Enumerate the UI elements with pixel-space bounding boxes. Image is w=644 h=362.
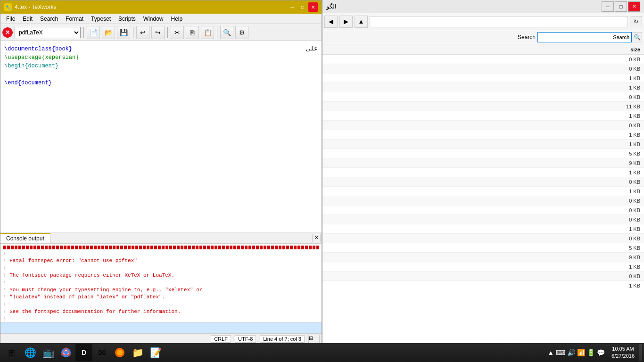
taskbar-media[interactable]: 📺	[40, 344, 57, 361]
fm-file-row[interactable]: 1 KB	[322, 83, 644, 92]
menu-edit[interactable]: Edit	[19, 15, 36, 23]
fm-file-size: 0 KB	[606, 197, 644, 204]
input-line[interactable]	[0, 322, 322, 333]
taskbar-ie[interactable]: 🌐	[22, 344, 39, 361]
fm-file-row[interactable]: 1 KB	[322, 111, 644, 121]
taskbar-texworks[interactable]: 📝	[147, 344, 164, 361]
menu-typeset[interactable]: Typeset	[87, 15, 115, 23]
network-wifi-icon[interactable]: 📶	[577, 349, 585, 356]
fm-file-row[interactable]: 0 KB	[322, 215, 644, 224]
fm-file-row[interactable]: 0 KB	[322, 272, 644, 281]
fm-file-row[interactable]: 0 KB	[322, 92, 644, 102]
console-tab-bar: Console output ✕	[0, 232, 322, 244]
fm-file-name	[322, 59, 606, 60]
fm-file-row[interactable]: 0 KB	[322, 177, 644, 187]
console-line-5: !	[3, 280, 319, 287]
menu-scripts[interactable]: Scripts	[115, 15, 140, 23]
fm-file-row[interactable]: 9 KB	[322, 158, 644, 168]
menu-search[interactable]: Search	[36, 15, 62, 23]
fm-up-button[interactable]: ▲	[355, 16, 368, 28]
fm-back-button[interactable]: ◀	[324, 16, 338, 28]
save-button[interactable]: 💾	[117, 26, 130, 39]
undo-button[interactable]: ↩	[136, 26, 149, 39]
fm-file-name	[322, 153, 606, 154]
show-desktop-button[interactable]	[639, 344, 642, 361]
console-output[interactable]: ! ! Fatal fontspec error: "cannot-use-pd…	[0, 244, 322, 322]
fm-file-name	[322, 257, 606, 258]
fm-file-row[interactable]: 1 KB	[322, 224, 644, 234]
fm-minimize-button[interactable]: ─	[602, 1, 614, 12]
cut-button[interactable]: ✂	[171, 26, 184, 39]
fm-file-list: size 0 KB0 KB1 KB1 KB0 KB11 KB1 KB0 KB1 …	[322, 44, 644, 344]
redo-button[interactable]: ↪	[151, 26, 165, 39]
menu-help[interactable]: Help	[167, 15, 186, 23]
fm-file-name	[322, 106, 606, 107]
network-icon[interactable]: ▲	[547, 349, 554, 356]
fm-search-input[interactable]	[537, 32, 632, 42]
taskbar-clock: 10:05 AM 6/27/2016	[608, 346, 638, 360]
fm-close-button[interactable]: ✕	[628, 1, 640, 12]
menu-file[interactable]: File	[2, 15, 19, 23]
engine-select[interactable]: pdfLaTeX	[15, 27, 81, 38]
fm-file-row[interactable]: 11 KB	[322, 102, 644, 111]
search-label: Search	[518, 34, 536, 41]
fm-file-row[interactable]: 1 KB	[322, 187, 644, 196]
fm-file-row[interactable]: 1 KB	[322, 281, 644, 290]
taskbar-chrome[interactable]	[58, 344, 74, 361]
new-button[interactable]: 📄	[87, 26, 100, 39]
fm-file-size: 1 KB	[606, 169, 644, 176]
fm-file-row[interactable]: 1 KB	[322, 74, 644, 83]
taskbar-browser2[interactable]	[111, 344, 128, 361]
menu-format[interactable]: Format	[62, 15, 87, 23]
taskbar-explorer[interactable]: 📁	[129, 344, 146, 361]
fm-file-name	[322, 134, 606, 135]
stop-button[interactable]: ✕	[2, 27, 13, 38]
fm-address-bar[interactable]	[370, 16, 628, 27]
find-button[interactable]: 🔍	[220, 26, 233, 39]
fm-maximize-button[interactable]: □	[615, 1, 627, 12]
battery-icon[interactable]: 🔋	[587, 349, 595, 356]
fm-column-header: size	[322, 44, 644, 55]
maximize-button[interactable]: □	[298, 2, 307, 12]
taskbar-mail[interactable]: ✉	[93, 344, 110, 361]
console-tab[interactable]: Console output	[0, 233, 50, 243]
start-button[interactable]: ⊞	[2, 344, 21, 361]
fm-search-button[interactable]: 🔍	[632, 32, 642, 42]
clock-time: 10:05 AM	[611, 346, 635, 353]
keyboard-icon[interactable]: ⌨	[556, 349, 565, 356]
fm-title-text: الگو	[326, 3, 337, 10]
console-input[interactable]	[0, 322, 322, 333]
close-button[interactable]: ✕	[308, 2, 318, 12]
fm-file-row[interactable]: 1 KB	[322, 262, 644, 272]
fm-file-row[interactable]: 0 KB	[322, 234, 644, 243]
fm-file-size: 0 KB	[606, 179, 644, 185]
fm-file-row[interactable]: 5 KB	[322, 149, 644, 158]
fm-file-row[interactable]: 5 KB	[322, 243, 644, 253]
console-close-button[interactable]: ✕	[312, 234, 321, 242]
fm-file-row[interactable]: 1 KB	[322, 130, 644, 140]
fm-file-row[interactable]: 0 KB	[322, 206, 644, 215]
message-icon[interactable]: 💬	[597, 349, 605, 356]
editor-area[interactable]: علی \documentclass{book} \usepackage{xep…	[0, 41, 322, 232]
view-toggle[interactable]: ⊞	[308, 335, 320, 343]
fm-file-row[interactable]: 9 KB	[322, 253, 644, 262]
fm-file-row[interactable]: 0 KB	[322, 121, 644, 130]
fm-file-row[interactable]: 0 KB	[322, 196, 644, 206]
minimize-button[interactable]: ─	[288, 2, 297, 12]
paste-button[interactable]: 📋	[201, 26, 214, 39]
taskbar-dict[interactable]: D	[75, 344, 92, 361]
console-line-4: ! The fontspec package requires either X…	[3, 272, 319, 279]
fm-forward-button[interactable]: ▶	[339, 16, 353, 28]
fm-file-row[interactable]: 0 KB	[322, 64, 644, 74]
fm-file-row[interactable]: 1 KB	[322, 140, 644, 149]
fm-file-row[interactable]: 0 KB	[322, 55, 644, 64]
open-button[interactable]: 📂	[102, 26, 115, 39]
volume-icon[interactable]: 🔊	[567, 349, 575, 356]
copy-button[interactable]: ⎘	[186, 26, 199, 39]
menu-window[interactable]: Window	[140, 15, 167, 23]
typeset-button[interactable]: ⚙	[235, 26, 248, 39]
fm-refresh-button[interactable]: ↻	[630, 16, 642, 27]
separator-3	[167, 27, 168, 38]
fm-file-size: 0 KB	[606, 207, 644, 214]
fm-file-row[interactable]: 1 KB	[322, 168, 644, 177]
